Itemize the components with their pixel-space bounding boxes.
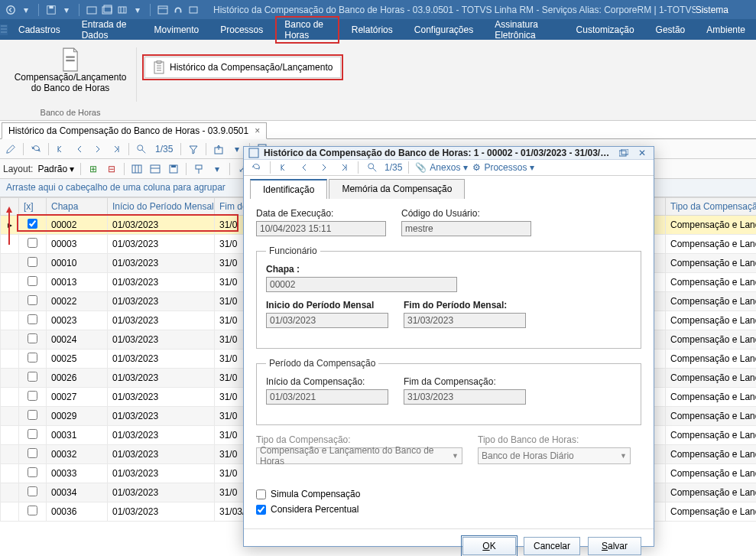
svg-rect-6 <box>118 7 126 13</box>
dialog-toolbar: 1/35 📎Anexos ▾ ⚙Processos ▾ <box>244 160 654 176</box>
dlg-prev-icon[interactable] <box>297 160 312 175</box>
row-checkbox[interactable] <box>28 257 37 267</box>
menu-processos[interactable]: Processos <box>209 20 274 40</box>
cols-icon[interactable] <box>129 161 144 177</box>
row-checkbox-cell[interactable] <box>19 292 47 311</box>
cancel-button[interactable]: Cancelar <box>524 537 580 555</box>
considera-checkbox-row[interactable]: Considera Percentual <box>256 504 641 515</box>
row-checkbox[interactable] <box>28 467 37 477</box>
dlg-refresh-icon[interactable] <box>248 160 264 175</box>
row-checkbox-cell[interactable] <box>19 426 47 445</box>
save-icon[interactable] <box>45 4 57 16</box>
header-checkbox[interactable]: [x] <box>19 198 47 216</box>
refresh-icon[interactable] <box>28 141 44 157</box>
row-checkbox-cell[interactable] <box>19 483 47 502</box>
del-col-icon[interactable]: ⊟ <box>104 161 119 177</box>
row-checkbox[interactable] <box>28 276 37 286</box>
dlg-processos[interactable]: ⚙Processos ▾ <box>472 162 534 173</box>
row-checkbox[interactable] <box>28 486 37 496</box>
last-icon[interactable] <box>109 141 124 157</box>
row-checkbox[interactable] <box>28 353 37 363</box>
header-chapa[interactable]: Chapa <box>47 198 108 216</box>
header-inicio[interactable]: Início do Período Mensal <box>108 198 215 216</box>
menu-ambiente[interactable]: Ambiente <box>696 20 756 40</box>
row-checkbox[interactable] <box>28 429 37 439</box>
header-tipo[interactable]: Tipo da Compensação <box>666 198 757 216</box>
menu-grip-icon[interactable] <box>0 19 8 40</box>
ribbon-btn-historico[interactable]: Histórico da Compensação/Lançamento <box>144 57 341 78</box>
dlg-next-icon[interactable] <box>316 160 332 175</box>
export-icon[interactable] <box>211 141 226 157</box>
row-checkbox-cell[interactable] <box>19 445 47 464</box>
add-col-icon[interactable]: ⊞ <box>86 161 101 177</box>
row-checkbox[interactable] <box>28 391 37 401</box>
save2-icon[interactable] <box>166 161 181 177</box>
layout-value[interactable]: Padrão ▾ <box>36 164 76 174</box>
ribbon-btn-compensacao[interactable]: Compensação/Lançamento do Banco de Horas <box>13 44 128 96</box>
ok-button[interactable]: OK <box>462 537 516 555</box>
close-icon[interactable]: × <box>255 125 260 136</box>
considera-checkbox[interactable] <box>256 505 266 515</box>
row-checkbox-cell[interactable] <box>19 254 47 273</box>
menu-gestao[interactable]: Gestão <box>645 20 696 40</box>
back-icon[interactable] <box>5 4 17 16</box>
simula-checkbox-row[interactable]: Simula Compensação <box>256 489 641 499</box>
search-icon[interactable] <box>134 141 149 157</box>
close-dialog-icon[interactable]: ✕ <box>635 147 649 159</box>
row-checkbox-cell[interactable] <box>19 407 47 426</box>
restore-icon[interactable] <box>617 147 631 159</box>
dlg-first-icon[interactable] <box>277 160 292 175</box>
dropdown-icon[interactable]: ▾ <box>20 4 32 16</box>
row-checkbox[interactable] <box>28 295 37 305</box>
save-button[interactable]: Salvar <box>588 537 641 555</box>
filter-icon[interactable] <box>186 141 201 157</box>
row-checkbox[interactable] <box>28 333 37 343</box>
row-checkbox[interactable] <box>28 372 37 382</box>
row-checkbox-cell[interactable] <box>19 330 47 350</box>
tab-identificacao[interactable]: Identificação <box>250 179 327 199</box>
qat5-icon[interactable] <box>157 4 169 16</box>
row-checkbox[interactable] <box>28 314 37 324</box>
row-checkbox[interactable] <box>28 238 37 248</box>
row-checkbox-cell[interactable] <box>19 464 47 483</box>
cols2-icon[interactable] <box>148 161 163 177</box>
system-label[interactable]: Sistema <box>696 5 751 15</box>
ribbon: Compensação/Lançamento do Banco de Horas… <box>0 40 756 121</box>
first-icon[interactable] <box>54 141 69 157</box>
dropdown2-icon[interactable]: ▾ <box>209 161 225 177</box>
row-checkbox-cell[interactable] <box>19 235 47 254</box>
menu-relatorios[interactable]: Relatórios <box>341 20 404 40</box>
menu-configuracoes[interactable]: Configurações <box>404 20 484 40</box>
menu-customizacao[interactable]: Customização <box>566 20 645 40</box>
next-icon[interactable] <box>90 141 105 157</box>
edit-icon[interactable] <box>3 141 18 157</box>
row-checkbox-cell[interactable] <box>19 388 47 407</box>
menu-banco-horas[interactable]: Banco de Horas <box>274 15 340 45</box>
prev-icon[interactable] <box>72 141 87 157</box>
paint-icon[interactable] <box>191 161 206 177</box>
row-checkbox-cell[interactable] <box>19 216 47 235</box>
row-checkbox-cell[interactable] <box>19 369 47 388</box>
dlg-search-icon[interactable] <box>365 160 380 175</box>
row-checkbox[interactable] <box>28 448 37 458</box>
row-checkbox-cell[interactable] <box>19 273 47 292</box>
considera-label: Considera Percentual <box>271 504 359 515</box>
menu-cadastros[interactable]: Cadastros <box>8 20 71 40</box>
row-checkbox[interactable] <box>28 506 37 515</box>
simula-checkbox[interactable] <box>256 489 266 499</box>
cell-inicio: 01/03/2023 <box>108 330 215 350</box>
dlg-last-icon[interactable] <box>336 160 352 175</box>
menu-movimento[interactable]: Movimento <box>144 20 210 40</box>
qat7-icon[interactable] <box>187 4 200 16</box>
row-checkbox[interactable] <box>28 410 37 420</box>
row-checkbox-cell[interactable] <box>19 350 47 369</box>
document-tab[interactable]: Histórico da Compensação do Banco de Hor… <box>2 122 267 139</box>
dlg-anexos[interactable]: 📎Anexos ▾ <box>415 162 468 173</box>
menu-entrada-dados[interactable]: Entrada de Dados <box>71 15 144 45</box>
row-checkbox-cell[interactable] <box>19 502 47 522</box>
headset-icon[interactable] <box>172 4 184 16</box>
menu-assinatura[interactable]: Assinatura Eletrônica <box>484 15 565 45</box>
row-checkbox-cell[interactable] <box>19 311 47 330</box>
row-checkbox[interactable] <box>28 219 37 229</box>
tab-memoria[interactable]: Memória da Compensação <box>329 179 465 199</box>
